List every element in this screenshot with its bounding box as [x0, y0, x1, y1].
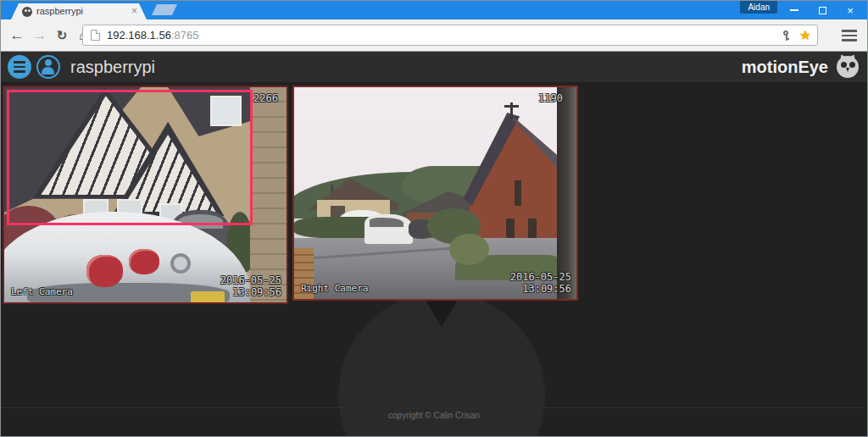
owl-favicon-icon: [22, 7, 32, 17]
minimize-button[interactable]: [781, 1, 808, 19]
browser-window: raspberrypi × Aidan × ← → ↻ ⌂ 192.168.1.…: [0, 0, 868, 437]
refresh-button[interactable]: ↻: [51, 19, 73, 51]
brand-logo-text: motionEye: [742, 52, 828, 82]
forward-button: →: [29, 19, 51, 51]
motion-pixel-count: 2266: [253, 92, 278, 104]
tab-title: raspberrypi: [36, 3, 83, 19]
main-menu-button[interactable]: [8, 55, 31, 79]
time-overlay: 13:09:56: [510, 284, 571, 296]
url-host: 192.168.1.56: [107, 29, 171, 41]
footer-divider: [1, 407, 867, 408]
motion-pixel-count: 1190: [538, 92, 563, 104]
white-van: [364, 214, 413, 244]
date-overlay: 2016-05-25: [220, 275, 281, 287]
back-button[interactable]: ←: [6, 19, 28, 51]
window-close-button[interactable]: ×: [837, 1, 864, 19]
user-icon: [45, 59, 52, 66]
browser-tab[interactable]: raspberrypi ×: [11, 3, 147, 19]
date-overlay: 2016-05-25: [510, 272, 571, 284]
taillight-left: [86, 255, 123, 287]
page-title: raspberrypi: [70, 52, 155, 82]
content-area: 2266 Left Camera 2016-05-25 13:09:56: [1, 82, 867, 437]
browser-titlebar: raspberrypi × Aidan ×: [1, 1, 867, 19]
timestamp-overlay: 2016-05-25 13:09:56: [220, 275, 281, 299]
new-tab-button[interactable]: [152, 4, 177, 15]
camera-frame-right[interactable]: 1190 Right Camera 2016-05-25 13:09:56: [292, 86, 578, 301]
user-button[interactable]: [36, 55, 60, 79]
camera-name-overlay: Left Camera: [11, 286, 73, 297]
vw-emblem: [170, 253, 191, 274]
license-plate: [191, 291, 225, 304]
minimize-icon: [790, 9, 798, 11]
address-bar[interactable]: 192.168.1.56:8765 ★: [82, 25, 818, 46]
maximize-icon: [819, 7, 826, 14]
time-overlay: 13:09:56: [220, 287, 281, 299]
footer-copyright: copyright © Calin Crisan: [1, 411, 867, 420]
stone-pillar: [250, 87, 287, 302]
browser-menu-icon[interactable]: [842, 30, 857, 41]
foreground-pole: [557, 87, 576, 299]
page-icon: [91, 30, 100, 41]
profile-badge[interactable]: Aidan: [740, 1, 777, 14]
motion-detection-box: [7, 90, 253, 225]
weathervane: [504, 105, 519, 108]
motioneye-header: raspberrypi motionEye: [1, 52, 867, 82]
tab-close-icon[interactable]: ×: [131, 3, 137, 19]
taillight-right: [129, 249, 160, 274]
browser-toolbar: ← → ↻ ⌂ 192.168.1.56:8765 ★: [1, 19, 867, 52]
key-icon[interactable]: [782, 30, 790, 41]
maximize-button[interactable]: [809, 1, 836, 19]
camera-name-overlay: Right Camera: [301, 283, 368, 294]
owl-logo-icon: [837, 56, 859, 78]
left-camera-feed: [4, 87, 287, 302]
bush: [449, 234, 489, 266]
url-port: :8765: [171, 29, 199, 41]
right-camera-feed: [294, 87, 576, 299]
brick-house-window: [515, 180, 521, 206]
bookmark-star-icon[interactable]: ★: [799, 27, 811, 43]
url-text[interactable]: 192.168.1.56:8765: [107, 25, 198, 45]
camera-frame-left[interactable]: 2266 Left Camera 2016-05-25 13:09:56: [3, 86, 288, 304]
timestamp-overlay: 2016-05-25 13:09:56: [510, 272, 571, 296]
